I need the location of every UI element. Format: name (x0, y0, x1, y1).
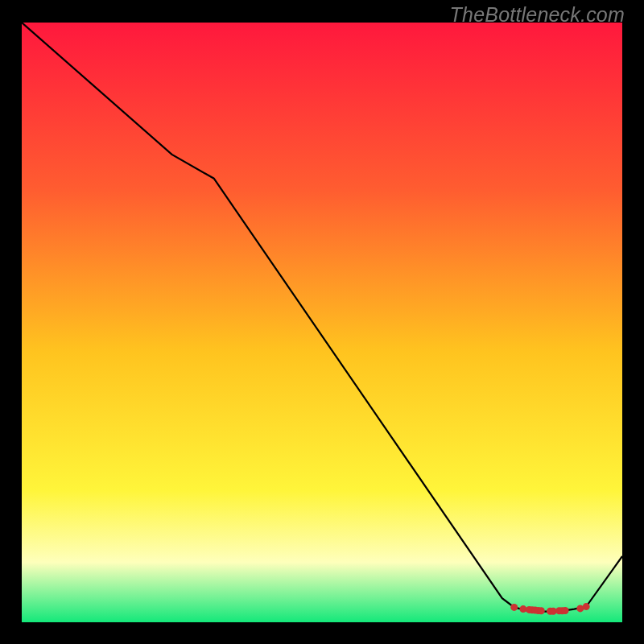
data-marker (562, 607, 569, 614)
gradient-bg (22, 23, 622, 622)
chart-frame: TheBottleneck.com (0, 0, 644, 644)
data-marker (583, 603, 590, 610)
chart-svg (22, 23, 622, 622)
data-marker (538, 607, 545, 614)
plot-area (22, 23, 622, 622)
data-marker (510, 604, 518, 611)
